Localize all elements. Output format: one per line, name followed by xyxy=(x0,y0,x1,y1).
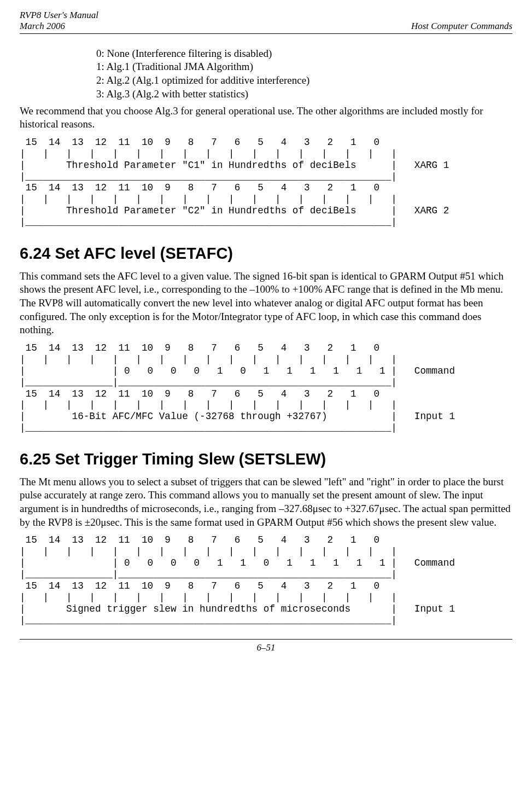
bit-diagram-threshold: 15 14 13 12 11 10 9 8 7 6 5 4 3 2 1 0 | … xyxy=(20,137,512,228)
list-item: 1: Alg.1 (Traditional JMA Algorithm) xyxy=(96,60,512,74)
section-title-setslew: 6.25 Set Trigger Timing Slew (SETSLEW) xyxy=(20,449,512,470)
setslew-paragraph: The Mt menu allows you to select a subse… xyxy=(20,475,512,530)
header-chapter: Host Computer Commands xyxy=(411,21,512,32)
intro-paragraph: We recommend that you choose Alg.3 for g… xyxy=(20,104,512,131)
page-footer: 6–51 xyxy=(20,639,512,654)
header-manual-title: RVP8 User's Manual xyxy=(20,10,98,21)
list-item: 0: None (Interference filtering is disab… xyxy=(96,47,512,61)
page-header: RVP8 User's Manual March 2006 Host Compu… xyxy=(20,10,512,34)
header-date: March 2006 xyxy=(20,21,98,32)
bit-diagram-setafc: 15 14 13 12 11 10 9 8 7 6 5 4 3 2 1 0 | … xyxy=(20,342,512,434)
list-item: 3: Alg.3 (Alg.2 with better statistics) xyxy=(96,88,512,101)
algorithm-list: 0: None (Interference filtering is disab… xyxy=(96,47,512,101)
setafc-paragraph: This command sets the AFC level to a giv… xyxy=(20,270,512,337)
section-title-setafc: 6.24 Set AFC level (SETAFC) xyxy=(20,243,512,264)
list-item: 2: Alg.2 (Alg.1 optimized for additive i… xyxy=(96,74,512,88)
bit-diagram-setslew: 15 14 13 12 11 10 9 8 7 6 5 4 3 2 1 0 | … xyxy=(20,534,512,626)
